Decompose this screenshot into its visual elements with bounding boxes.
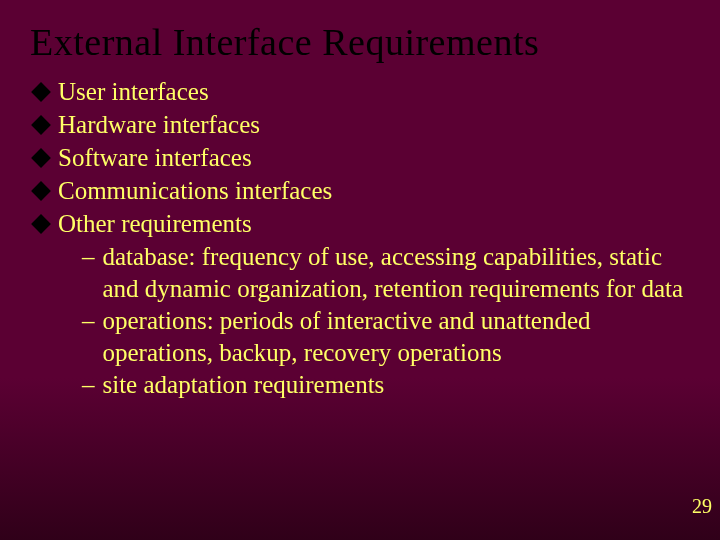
sub-bullet-text: database: frequency of use, accessing ca… [103,241,689,305]
bullet-item: Other requirements [32,208,688,240]
slide-body: User interfaces Hardware interfaces Soft… [0,76,720,401]
sub-bullet-text: site adaptation requirements [103,369,689,401]
bullet-item: Communications interfaces [32,175,688,207]
diamond-bullet-icon [31,148,51,168]
sub-bullet-item: – database: frequency of use, accessing … [82,241,688,305]
sub-bullet-item: – site adaptation requirements [82,369,688,401]
bullet-text: Communications interfaces [58,175,688,207]
diamond-bullet-icon [31,214,51,234]
diamond-bullet-icon [31,181,51,201]
dash-bullet-icon: – [82,241,95,273]
sub-bullet-text: operations: periods of interactive and u… [103,305,689,369]
slide-title: External Interface Requirements [0,0,720,76]
dash-bullet-icon: – [82,369,95,401]
bullet-text: Hardware interfaces [58,109,688,141]
bullet-item: Software interfaces [32,142,688,174]
sub-bullet-list: – database: frequency of use, accessing … [32,241,688,401]
bullet-text: Software interfaces [58,142,688,174]
sub-bullet-item: – operations: periods of interactive and… [82,305,688,369]
page-number: 29 [692,495,712,518]
bullet-item: Hardware interfaces [32,109,688,141]
bullet-text: User interfaces [58,76,688,108]
bullet-text: Other requirements [58,208,688,240]
bullet-item: User interfaces [32,76,688,108]
diamond-bullet-icon [31,115,51,135]
slide: External Interface Requirements User int… [0,0,720,540]
diamond-bullet-icon [31,82,51,102]
dash-bullet-icon: – [82,305,95,337]
